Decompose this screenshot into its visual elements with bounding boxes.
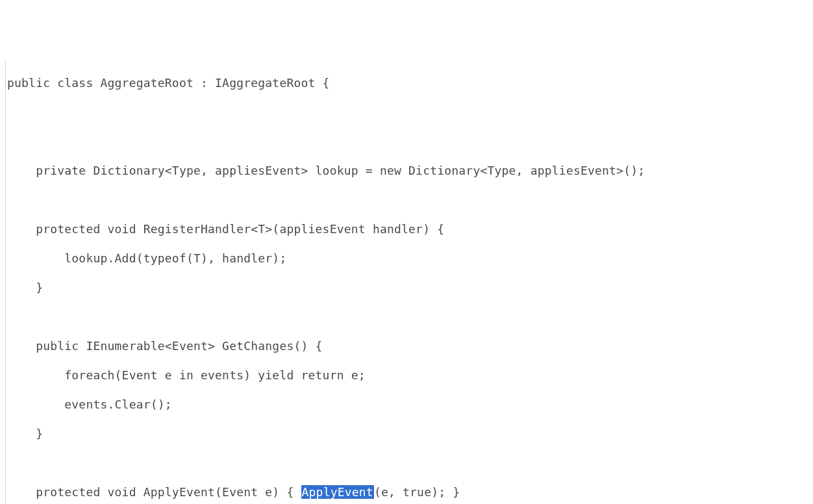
code-line[interactable]: } — [7, 281, 808, 296]
code-line[interactable] — [7, 134, 808, 149]
code-line[interactable]: protected void ApplyEvent(Event e) { App… — [7, 485, 808, 500]
code-text: (e, true); } — [374, 485, 460, 499]
code-line[interactable] — [7, 456, 808, 471]
code-line[interactable]: public class AggregateRoot : IAggregateR… — [7, 76, 808, 91]
code-line[interactable]: events.Clear(); — [7, 397, 808, 412]
code-editor[interactable]: public class AggregateRoot : IAggregateR… — [5, 61, 808, 504]
code-text: protected void ApplyEvent(Event e) { — [7, 485, 301, 499]
code-line[interactable]: } — [7, 427, 808, 442]
code-line[interactable]: private Dictionary<Type, appliesEvent> l… — [7, 164, 808, 179]
code-line[interactable]: public IEnumerable<Event> GetChanges() { — [7, 339, 808, 354]
code-line[interactable] — [7, 105, 808, 120]
code-line[interactable]: foreach(Event e in events) yield return … — [7, 368, 808, 383]
code-line[interactable] — [7, 193, 808, 208]
code-line[interactable]: protected void RegisterHandler<T>(applie… — [7, 222, 808, 237]
code-line[interactable] — [7, 310, 808, 325]
code-line[interactable]: lookup.Add(typeof(T), handler); — [7, 251, 808, 266]
selected-text[interactable]: ApplyEvent — [301, 485, 374, 499]
